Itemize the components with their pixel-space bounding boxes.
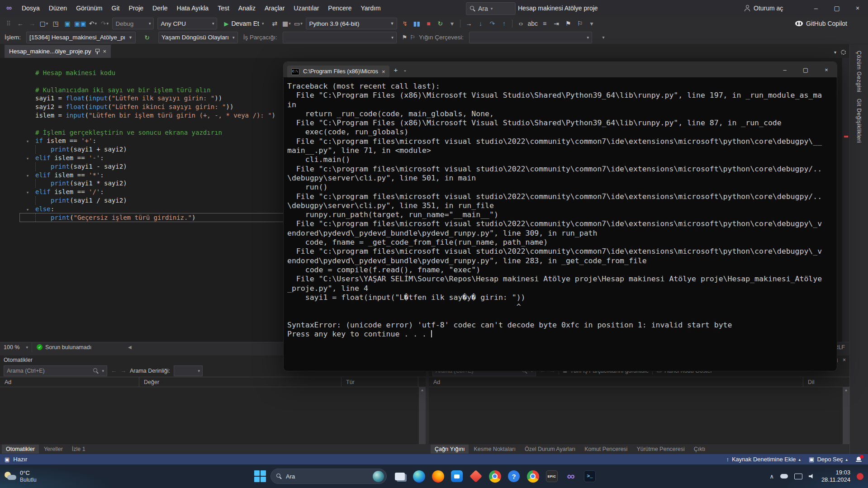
line-list-icon[interactable]: ≡ — [539, 18, 550, 29]
spell-check-icon[interactable]: abc — [526, 18, 539, 29]
save-icon[interactable]: ▣ — [62, 18, 73, 29]
fold-chevron-icon[interactable]: ▾ — [20, 155, 35, 163]
autos-grid[interactable]: ▲▼ — [0, 387, 426, 441]
undo-icon[interactable]: ↶ ▾ — [87, 18, 99, 29]
notifications-bell-icon[interactable] — [856, 457, 862, 462]
stop-debug-icon[interactable]: ■ — [422, 18, 434, 29]
redo-icon[interactable]: ↷ ▾ — [99, 18, 110, 29]
code-tags-icon[interactable]: ‹› — [515, 18, 526, 29]
weather-widget[interactable]: 0°C Bulutlu — [5, 469, 37, 483]
terminal-window[interactable]: C:\ C:\Program Files (x86)\Micros × + ⌄ … — [284, 62, 837, 371]
menu-item[interactable]: Hata Ayıkla — [172, 0, 213, 16]
column-header[interactable]: Ad — [0, 377, 139, 387]
search-prev-icon[interactable]: ← — [111, 367, 117, 374]
zoom-dropdown[interactable]: 100 % ▾ — [0, 342, 32, 352]
panel-tab[interactable]: Komut Penceresi — [580, 445, 631, 454]
onedrive-cloud-icon[interactable] — [780, 474, 788, 479]
fold-chevron-icon[interactable]: ▾ — [20, 206, 35, 214]
indent-icon[interactable]: ⇥ — [550, 18, 562, 29]
panel-tab[interactable]: Kesme Noktaları — [470, 445, 519, 454]
new-file-icon[interactable]: ▢ ▾ — [38, 18, 50, 29]
vertical-tool-tab[interactable]: Git Değişiklikleri — [856, 99, 862, 143]
separator[interactable] — [460, 19, 460, 28]
thread-dropdown[interactable]: ▾ — [283, 32, 397, 43]
edge-browser-icon[interactable] — [409, 467, 428, 486]
panel-tab[interactable]: Yürütme Penceresi — [632, 445, 688, 454]
background-tasks-icon[interactable]: ▣ — [5, 456, 9, 463]
pin-icon[interactable] — [95, 48, 100, 54]
editor-scrollbar[interactable] — [842, 58, 849, 342]
python-environment-dropdown[interactable]: Python 3.9 (64-bit)▼ — [306, 18, 397, 29]
terminal-close-button[interactable]: × — [816, 62, 837, 77]
maximize-button[interactable]: ▢ — [826, 0, 847, 16]
task-view-icon[interactable] — [390, 467, 409, 486]
search-caret-icon[interactable]: ▾ — [491, 6, 493, 11]
menu-item[interactable]: Dosya — [17, 0, 44, 16]
notification-badge[interactable] — [857, 473, 863, 480]
stack-frame-dropdown[interactable]: ▾ — [469, 32, 592, 43]
firefox-icon[interactable] — [428, 467, 447, 486]
toolbar-overflow-caret[interactable]: ▾ — [586, 18, 598, 29]
bookmark-outline-icon[interactable]: ⚐ — [574, 18, 586, 29]
column-header[interactable]: Tür — [342, 377, 418, 387]
debug-config-dropdown[interactable]: Debug▾ — [112, 18, 154, 29]
toolbar2-overflow-caret[interactable]: ▾ — [598, 32, 609, 43]
menu-item[interactable]: Araçlar — [260, 0, 289, 16]
terminal-tab[interactable]: C:\ C:\Program Files (x86)\Micros × — [287, 66, 389, 77]
document-tab[interactable]: Hesap_makine...ölye_proje.py × — [5, 45, 111, 58]
panel-close-icon[interactable]: × — [843, 357, 846, 363]
panel-tab[interactable]: Çağrı Yığını — [431, 445, 469, 454]
clock[interactable]: 19:03 28.11.2024 — [821, 469, 850, 484]
flag-outline-icon[interactable]: ⚐ — [410, 34, 415, 41]
menu-item[interactable]: Pencere — [323, 0, 356, 16]
red-diamond-app-icon[interactable] — [466, 467, 485, 486]
console-output[interactable]: Traceback (most recent call last): File … — [284, 77, 837, 371]
step-out-icon[interactable]: ↑ — [498, 18, 510, 29]
add-to-source-control-button[interactable]: ↑ Kaynak Denetimine Ekle ▴ — [726, 456, 801, 463]
column-header[interactable]: Ad — [429, 377, 803, 387]
help-icon[interactable]: ? — [504, 467, 523, 486]
column-header[interactable]: Dil — [803, 377, 830, 387]
debug-overflow-caret[interactable]: ▾ — [446, 18, 458, 29]
search-depth-dropdown[interactable]: ▾ — [174, 365, 203, 376]
github-copilot-status[interactable]: GitHub Copilot — [795, 20, 847, 27]
terminal-maximize-button[interactable]: ▢ — [795, 62, 816, 77]
search-next-icon[interactable]: → — [120, 367, 126, 374]
bookmark-icon[interactable]: ⚑ — [562, 18, 574, 29]
show-next-statement-icon[interactable]: → — [463, 18, 474, 29]
menu-item[interactable]: Derle — [148, 0, 172, 16]
chrome-icon-2[interactable] — [523, 467, 542, 486]
taskbar-search[interactable]: Ara — [270, 469, 387, 484]
callstack-scrollbar[interactable]: ▲▼ — [843, 387, 849, 450]
lifecycle-refresh-icon[interactable]: ↻ — [141, 32, 153, 43]
select-repository-button[interactable]: ▣ Depo Seç ▴ — [809, 456, 848, 463]
tab-close-icon[interactable]: × — [103, 48, 107, 55]
visual-studio-icon[interactable]: ∞ — [561, 467, 580, 486]
menu-item[interactable]: Proje — [124, 0, 148, 16]
menu-item[interactable]: Analiz — [234, 0, 260, 16]
gear-icon[interactable] — [841, 50, 846, 55]
terminal-dropdown-caret[interactable]: ⌄ — [403, 67, 407, 72]
quick-search[interactable]: Ara ▾ — [466, 2, 516, 15]
epic-games-icon[interactable]: EPIC — [542, 467, 561, 486]
step-into-icon[interactable]: ↓ — [474, 18, 486, 29]
panel-tab[interactable]: Otomatikler — [2, 445, 39, 454]
toolbar-grip[interactable]: ⠿ — [3, 18, 14, 29]
target-settings-icon[interactable]: ▦ ▾ — [280, 18, 292, 29]
save-all-icon[interactable]: ▣▣ — [73, 18, 87, 29]
menu-item[interactable]: Düzen — [44, 0, 71, 16]
cpu-config-dropdown[interactable]: Any CPU▾ — [157, 18, 217, 29]
volume-icon[interactable] — [809, 474, 815, 479]
separator[interactable] — [512, 19, 512, 28]
panel-tab[interactable]: Çıktı — [690, 445, 710, 454]
terminal-titlebar[interactable]: C:\ C:\Program Files (x86)\Micros × + ⌄ … — [284, 62, 837, 77]
callstack-grid[interactable]: ▲▼ — [429, 387, 849, 441]
tray-chevron-up-icon[interactable]: ∧ — [769, 473, 774, 480]
navigate-back-icon[interactable]: ← — [14, 18, 26, 29]
break-all-icon[interactable]: ▮▮ — [411, 18, 422, 29]
menu-item[interactable]: Görünüm — [71, 0, 107, 16]
autos-search-input[interactable]: Arama (Ctrl+E) ▾ — [4, 365, 107, 376]
autos-scrollbar[interactable]: ▲▼ — [419, 387, 426, 450]
hot-reload-icon[interactable]: ↯ — [399, 18, 411, 29]
cast-monitor-icon[interactable] — [794, 474, 802, 479]
